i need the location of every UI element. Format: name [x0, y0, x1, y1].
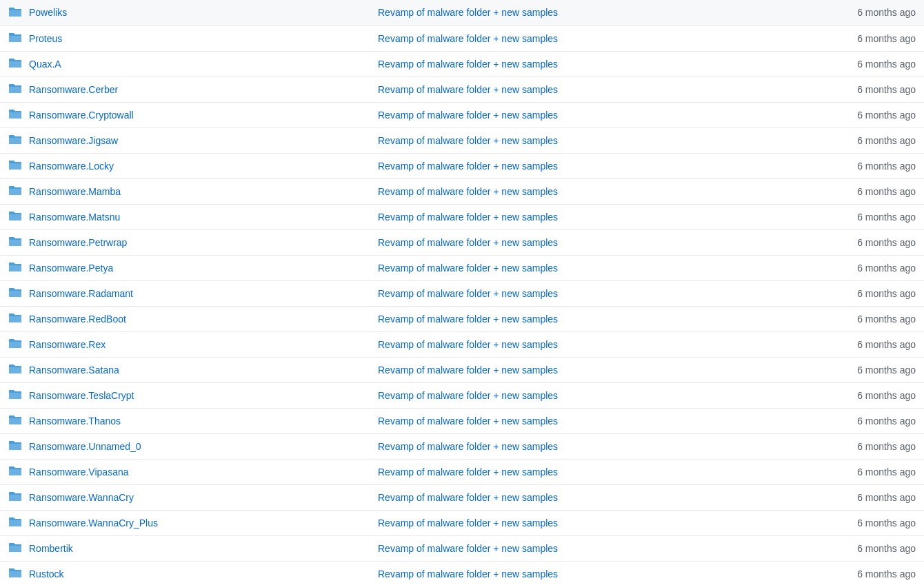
time-text: 6 months ago	[857, 237, 916, 248]
table-row[interactable]: Ransomware.Locky Revamp of malware folde…	[0, 153, 924, 178]
folder-icon	[8, 363, 22, 376]
commit-message-link[interactable]: Revamp of malware folder + new samples	[378, 212, 558, 223]
file-name-link[interactable]: Rombertik	[29, 543, 73, 554]
commit-message-link[interactable]: Revamp of malware folder + new samples	[378, 365, 558, 376]
table-row[interactable]: Ransomware.Thanos Revamp of malware fold…	[0, 408, 924, 433]
commit-message-link[interactable]: Revamp of malware folder + new samples	[378, 390, 558, 401]
file-name-link[interactable]: Ransomware.Thanos	[29, 415, 121, 427]
table-row[interactable]: Quax.A Revamp of malware folder + new sa…	[0, 51, 924, 76]
file-name-link[interactable]: Quax.A	[29, 59, 61, 70]
time-text: 6 months ago	[857, 390, 916, 401]
commit-message-link[interactable]: Revamp of malware folder + new samples	[378, 186, 558, 197]
commit-message-link[interactable]: Revamp of malware folder + new samples	[378, 517, 558, 528]
file-name-link[interactable]: Ransomware.Vipasana	[29, 466, 129, 478]
commit-message-link[interactable]: Revamp of malware folder + new samples	[378, 59, 558, 70]
commit-message-link[interactable]: Revamp of malware folder + new samples	[378, 339, 558, 350]
name-cell: Ransomware.Thanos	[8, 414, 361, 427]
time-cell: 6 months ago	[739, 0, 924, 25]
commit-message-cell: Revamp of malware folder + new samples	[370, 51, 739, 76]
file-name-link[interactable]: Ransomware.TeslaCrypt	[29, 390, 134, 401]
time-cell: 6 months ago	[739, 102, 924, 127]
table-row[interactable]: Ransomware.WannaCry Revamp of malware fo…	[0, 484, 924, 510]
commit-message-link[interactable]: Revamp of malware folder + new samples	[378, 84, 558, 95]
commit-message: Revamp of malware folder + new samples	[378, 466, 558, 478]
commit-message-cell: Revamp of malware folder + new samples	[370, 0, 739, 25]
file-name-link[interactable]: Ransomware.WannaCry	[29, 492, 134, 503]
commit-message-link[interactable]: Revamp of malware folder + new samples	[378, 288, 558, 299]
table-row[interactable]: Ransomware.Radamant Revamp of malware fo…	[0, 280, 924, 306]
table-row[interactable]: Ransomware.Rex Revamp of malware folder …	[0, 331, 924, 357]
time-text: 6 months ago	[857, 84, 916, 95]
table-row[interactable]: Ransomware.Jigsaw Revamp of malware fold…	[0, 127, 924, 153]
file-name-link[interactable]: Ransomware.Locky	[29, 161, 114, 172]
commit-message-link[interactable]: Revamp of malware folder + new samples	[378, 33, 558, 44]
commit-message-link[interactable]: Revamp of malware folder + new samples	[378, 415, 558, 427]
name-cell: Ransomware.WannaCry_Plus	[8, 516, 361, 529]
file-name-link[interactable]: Proteus	[29, 33, 62, 44]
file-name-link[interactable]: Ransomware.RedBoot	[29, 314, 126, 325]
time-text: 6 months ago	[857, 33, 916, 44]
file-name-link[interactable]: Ransomware.Rex	[29, 339, 106, 350]
commit-message: Revamp of malware folder + new samples	[378, 212, 558, 223]
folder-icon	[8, 312, 22, 325]
table-row[interactable]: Rombertik Revamp of malware folder + new…	[0, 535, 924, 561]
name-cell: Ransomware.Satana	[8, 363, 361, 376]
table-row[interactable]: Ransomware.Unnamed_0 Revamp of malware f…	[0, 433, 924, 459]
file-name-link[interactable]: Ransomware.Matsnu	[29, 212, 120, 223]
commit-message-link[interactable]: Revamp of malware folder + new samples	[378, 161, 558, 172]
commit-message-link[interactable]: Revamp of malware folder + new samples	[378, 543, 558, 554]
commit-message: Revamp of malware folder + new samples	[378, 415, 558, 427]
file-name-link[interactable]: Ransomware.Mamba	[29, 186, 121, 197]
commit-message-link[interactable]: Revamp of malware folder + new samples	[378, 263, 558, 274]
commit-message: Revamp of malware folder + new samples	[378, 263, 558, 274]
table-row[interactable]: Ransomware.Vipasana Revamp of malware fo…	[0, 459, 924, 484]
commit-message-link[interactable]: Revamp of malware folder + new samples	[378, 441, 558, 452]
file-name-link[interactable]: Ransomware.WannaCry_Plus	[29, 517, 158, 528]
commit-message-link[interactable]: Revamp of malware folder + new samples	[378, 314, 558, 325]
table-row[interactable]: Ransomware.Satana Revamp of malware fold…	[0, 357, 924, 382]
table-row[interactable]: Poweliks Revamp of malware folder + new …	[0, 0, 924, 25]
file-name-link[interactable]: Ransomware.Jigsaw	[29, 135, 118, 146]
table-row[interactable]: Ransomware.Cerber Revamp of malware fold…	[0, 76, 924, 102]
table-row[interactable]: Ransomware.TeslaCrypt Revamp of malware …	[0, 382, 924, 408]
commit-message-cell: Revamp of malware folder + new samples	[370, 280, 739, 306]
file-name-link[interactable]: Poweliks	[29, 7, 67, 18]
file-name-link[interactable]: Ransomware.Petya	[29, 263, 113, 274]
file-name-link[interactable]: Rustock	[29, 568, 64, 579]
table-row[interactable]: Ransomware.Cryptowall Revamp of malware …	[0, 102, 924, 127]
time-cell: 6 months ago	[739, 153, 924, 178]
folder-icon	[8, 389, 22, 402]
name-cell: Ransomware.TeslaCrypt	[8, 389, 361, 402]
file-name-link[interactable]: Ransomware.Cerber	[29, 84, 118, 95]
file-name-link[interactable]: Ransomware.Petrwrap	[29, 237, 127, 248]
time-cell: 6 months ago	[739, 25, 924, 51]
table-row[interactable]: Proteus Revamp of malware folder + new s…	[0, 25, 924, 51]
folder-icon	[8, 57, 22, 70]
table-row[interactable]: Rustock Revamp of malware folder + new s…	[0, 561, 924, 585]
commit-message-link[interactable]: Revamp of malware folder + new samples	[378, 7, 558, 18]
time-text: 6 months ago	[857, 517, 916, 528]
file-name-link[interactable]: Ransomware.Satana	[29, 365, 119, 376]
table-row[interactable]: Ransomware.RedBoot Revamp of malware fol…	[0, 306, 924, 331]
table-row[interactable]: Ransomware.WannaCry_Plus Revamp of malwa…	[0, 510, 924, 535]
table-row[interactable]: Ransomware.Petya Revamp of malware folde…	[0, 255, 924, 280]
commit-message-link[interactable]: Revamp of malware folder + new samples	[378, 110, 558, 121]
commit-message-cell: Revamp of malware folder + new samples	[370, 535, 739, 561]
table-row[interactable]: Ransomware.Matsnu Revamp of malware fold…	[0, 204, 924, 229]
file-name-link[interactable]: Ransomware.Unnamed_0	[29, 441, 141, 452]
commit-message-link[interactable]: Revamp of malware folder + new samples	[378, 492, 558, 503]
table-row[interactable]: Ransomware.Mamba Revamp of malware folde…	[0, 178, 924, 204]
name-cell: Quax.A	[8, 57, 361, 70]
table-row[interactable]: Ransomware.Petrwrap Revamp of malware fo…	[0, 229, 924, 255]
file-name-link[interactable]: Ransomware.Radamant	[29, 288, 133, 299]
commit-message-link[interactable]: Revamp of malware folder + new samples	[378, 135, 558, 146]
time-cell: 6 months ago	[739, 535, 924, 561]
commit-message: Revamp of malware folder + new samples	[378, 339, 558, 350]
folder-icon	[8, 516, 22, 529]
commit-message-link[interactable]: Revamp of malware folder + new samples	[378, 568, 558, 579]
file-name-link[interactable]: Ransomware.Cryptowall	[29, 110, 134, 121]
commit-message-link[interactable]: Revamp of malware folder + new samples	[378, 237, 558, 248]
name-cell: Proteus	[8, 32, 361, 45]
commit-message-link[interactable]: Revamp of malware folder + new samples	[378, 466, 558, 478]
commit-message: Revamp of malware folder + new samples	[378, 390, 558, 401]
